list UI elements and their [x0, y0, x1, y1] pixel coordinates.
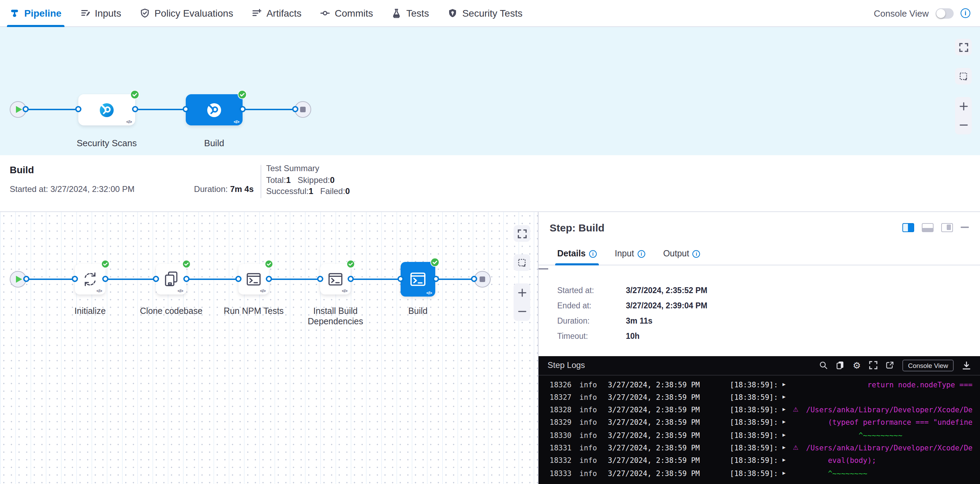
success-check-icon: [182, 260, 191, 268]
step-graph-canvas[interactable]: </> Initialize </> Clone codebase: [0, 212, 538, 484]
port: [132, 106, 138, 112]
info-icon[interactable]: i: [961, 8, 970, 18]
tab-commits[interactable]: Commits: [320, 0, 373, 26]
log-row[interactable]: 18326info3/27/2024, 2:38:59 PM[18:38:59]…: [539, 378, 980, 391]
tab-security-tests[interactable]: Security Tests: [448, 0, 523, 26]
panel-resize-handle[interactable]: [539, 268, 548, 270]
info-icon[interactable]: i: [693, 250, 700, 257]
console-view-label: Console View: [873, 8, 929, 18]
step-node-initialize[interactable]: </>: [75, 264, 105, 295]
console-view-button[interactable]: Console View: [902, 360, 954, 371]
stage-node-label[interactable]: Security Scans: [72, 138, 142, 148]
console-view-toggle[interactable]: [935, 8, 954, 18]
toggle-knob: [936, 9, 945, 17]
tab-policy-evaluations[interactable]: Policy Evaluations: [140, 0, 233, 26]
copy-icon[interactable]: [836, 361, 845, 370]
divider: [261, 165, 261, 198]
step-node-label[interactable]: Install Build Dependencies: [299, 306, 371, 327]
pipeline-icon: [10, 8, 19, 18]
stage-node-build[interactable]: </>: [186, 94, 243, 125]
log-row[interactable]: 18331info3/27/2024, 2:38:59 PM[18:38:59]…: [539, 441, 980, 454]
stage-node-label[interactable]: Build: [186, 138, 243, 148]
tab-inputs[interactable]: Inputs: [80, 0, 121, 26]
log-level: info: [579, 378, 608, 391]
stage-connector-line: [18, 108, 303, 110]
tab-output[interactable]: Output i: [663, 243, 700, 265]
expand-arrow-icon[interactable]: ▶: [783, 403, 793, 416]
expand-arrow-icon[interactable]: ▶: [783, 416, 793, 429]
expand-arrow-icon[interactable]: ▶: [783, 391, 793, 404]
tab-label: Policy Evaluations: [154, 8, 233, 19]
step-logs-body[interactable]: 18326info3/27/2024, 2:38:59 PM[18:38:59]…: [539, 375, 980, 484]
terminal-icon: [408, 270, 428, 289]
tab-label: Commits: [335, 8, 373, 19]
search-icon[interactable]: [819, 361, 828, 370]
step-node-label[interactable]: Build: [383, 306, 453, 317]
step-node-build[interactable]: </>: [401, 262, 435, 297]
warning-icon: [793, 467, 806, 479]
fullscreen-button[interactable]: [514, 225, 530, 242]
zoom-in-button[interactable]: [955, 97, 972, 116]
layout-bottom-view-icon[interactable]: [922, 223, 934, 232]
tab-details[interactable]: Details i: [557, 243, 597, 265]
step-node-clone-codebase[interactable]: </>: [156, 264, 186, 295]
step-node-run-npm-tests[interactable]: </>: [239, 264, 269, 295]
stage-duration: Duration: 7m 4s: [194, 184, 254, 194]
minimize-panel-icon[interactable]: [961, 227, 969, 229]
stop-icon: [480, 276, 485, 282]
stop-icon: [300, 107, 305, 112]
log-timestamp: 3/27/2024, 2:38:59 PM: [608, 403, 730, 416]
tests-skipped: 0: [330, 175, 334, 185]
tab-artifacts[interactable]: Artifacts: [252, 0, 301, 26]
log-level: info: [579, 391, 608, 404]
log-message: ^~~~~~~~~~: [806, 428, 980, 441]
expand-arrow-icon[interactable]: ▶: [783, 428, 793, 441]
port: [317, 276, 323, 282]
step-node-install-build-dependencies[interactable]: </>: [320, 264, 351, 295]
log-row[interactable]: 18327info3/27/2024, 2:38:59 PM[18:38:59]…: [539, 391, 980, 404]
download-icon[interactable]: [962, 361, 971, 370]
expand-arrow-icon[interactable]: ▶: [783, 454, 793, 467]
layout-float-view-icon[interactable]: [941, 223, 953, 232]
info-icon[interactable]: i: [638, 250, 645, 257]
port: [292, 106, 298, 112]
log-row[interactable]: 18330info3/27/2024, 2:38:59 PM[18:38:59]…: [539, 428, 980, 441]
layout-right-view-icon[interactable]: [902, 223, 914, 232]
open-external-icon[interactable]: [886, 361, 894, 370]
expand-arrow-icon[interactable]: ▶: [783, 378, 793, 391]
stage-node-security-scans[interactable]: </>: [78, 94, 135, 125]
expand-arrow-icon[interactable]: ▶: [783, 467, 793, 479]
log-row[interactable]: 18332info3/27/2024, 2:38:59 PM[18:38:59]…: [539, 454, 980, 467]
log-time: [18:38:59]:: [730, 454, 783, 467]
expand-arrow-icon[interactable]: ▶: [783, 441, 793, 454]
port: [398, 276, 404, 282]
zoom-controls: [514, 283, 530, 321]
step-node-label[interactable]: Initialize: [56, 306, 125, 317]
info-icon[interactable]: i: [589, 250, 597, 257]
tests-successful: 1: [309, 186, 313, 196]
zoom-in-button[interactable]: [514, 283, 530, 302]
zoom-out-button[interactable]: [955, 116, 972, 135]
warning-icon: [793, 378, 806, 391]
log-line-number: 18333: [550, 467, 579, 479]
code-badge: </>: [96, 288, 102, 293]
step-node-label[interactable]: Run NPM Tests: [216, 306, 292, 317]
tab-input[interactable]: Input i: [615, 243, 645, 265]
stage-graph-canvas[interactable]: </> Security Scans </> Build: [0, 27, 980, 155]
tab-pipeline[interactable]: Pipeline: [10, 0, 61, 26]
select-area-button[interactable]: [514, 254, 530, 271]
step-node-label[interactable]: Clone codebase: [137, 306, 206, 317]
fullscreen-button[interactable]: [955, 39, 972, 56]
pipeline-execution-screen: Pipeline Inputs Policy Evaluations Artif…: [0, 0, 980, 484]
detail-row: Timeout: 10h: [557, 331, 969, 341]
tab-tests[interactable]: Tests: [392, 0, 429, 26]
fullscreen-icon[interactable]: [869, 361, 877, 370]
select-area-button[interactable]: [955, 68, 972, 84]
port: [102, 276, 108, 282]
log-time: [18:38:59]:: [730, 416, 783, 429]
zoom-out-button[interactable]: [514, 302, 530, 321]
log-row[interactable]: 18328info3/27/2024, 2:38:59 PM[18:38:59]…: [539, 403, 980, 416]
log-row[interactable]: 18329info3/27/2024, 2:38:59 PM[18:38:59]…: [539, 416, 980, 429]
log-row[interactable]: 18333info3/27/2024, 2:38:59 PM[18:38:59]…: [539, 467, 980, 479]
settings-gear-icon[interactable]: ⚙: [853, 361, 861, 370]
